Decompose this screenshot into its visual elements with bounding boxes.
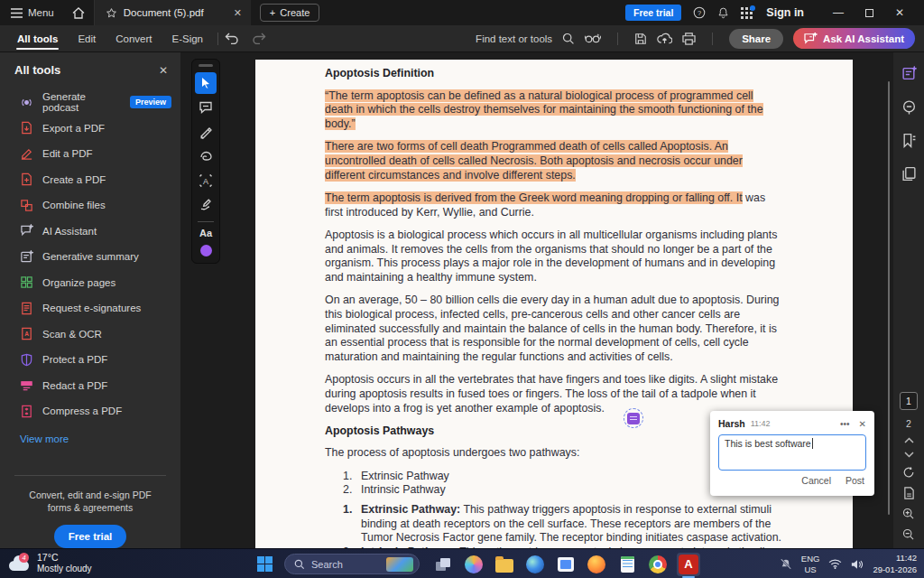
tab-all-tools[interactable]: All tools [9, 25, 66, 51]
taskbar-app-task-view[interactable] [431, 553, 455, 576]
share-button[interactable]: Share [729, 29, 783, 49]
print-icon[interactable] [682, 33, 696, 45]
page-thumbnails-icon[interactable] [897, 162, 920, 185]
taskbar-app-microsoft-store[interactable] [554, 553, 578, 576]
ask-ai-assistant-button[interactable]: Ask AI Assistant [793, 28, 915, 49]
language-indicator[interactable]: ENG US [801, 554, 820, 574]
notifications-bell-icon[interactable] [717, 6, 729, 19]
sidebar-item-generate-podcast[interactable]: Generate podcastPreview [0, 89, 180, 116]
sidebar-item-generative-summary[interactable]: Generative summary [0, 244, 180, 270]
menu-label: Menu [28, 7, 54, 18]
taskbar-app-acrobat[interactable]: A [677, 553, 700, 576]
taskbar-app-notepad[interactable] [615, 553, 639, 576]
page-up-icon[interactable] [904, 437, 914, 443]
edit-pdf-icon [20, 147, 33, 161]
bookmarks-panel-icon[interactable] [897, 128, 920, 152]
taskbar-app-chrome[interactable] [646, 553, 670, 576]
sidebar-item-request-e-signatures[interactable]: Request e-signatures [0, 295, 180, 322]
document-tab-title: Document (5).pdf [124, 7, 204, 18]
divider [712, 33, 713, 45]
sidebar-item-create-a-pdf[interactable]: Create a PDF [0, 167, 180, 193]
close-button[interactable]: ✕ [884, 0, 915, 25]
select-cursor-icon[interactable] [195, 72, 217, 94]
toolbar: All toolsEditConvertE-Sign Find text or … [0, 25, 924, 52]
clock-widget[interactable]: 11:42 29-01-2026 [873, 553, 917, 575]
system-tray: ENG US 11:42 29-01-2026 [780, 549, 917, 578]
find-text-label[interactable]: Find text or tools [476, 33, 552, 44]
taskbar-app-file-explorer[interactable] [493, 553, 516, 576]
comment-annotation-marker[interactable] [624, 408, 643, 428]
highlighter-icon[interactable] [195, 121, 217, 143]
minimize-button[interactable]: — [823, 0, 854, 25]
sidebar-free-trial-button[interactable]: Free trial [54, 525, 127, 548]
menu-button[interactable]: Menu [0, 0, 63, 25]
tab-convert[interactable]: Convert [107, 25, 160, 51]
ai-glasses-icon[interactable] [585, 33, 601, 44]
rotate-page-icon[interactable] [902, 466, 915, 479]
sign-in-button[interactable]: Sign in [766, 6, 804, 19]
edge-icon [526, 555, 544, 573]
notifications-off-icon[interactable] [780, 558, 792, 570]
sidebar-item-protect-a-pdf[interactable]: Protect a PDF [0, 347, 180, 373]
taskbar-app-copilot[interactable] [462, 553, 485, 576]
comment-close-icon[interactable]: ✕ [859, 419, 866, 429]
volume-icon[interactable] [851, 559, 864, 570]
current-page-indicator[interactable]: 1 [900, 392, 918, 410]
color-swatch[interactable] [200, 245, 212, 256]
view-more-link[interactable]: View more [0, 424, 180, 444]
taskbar-app-firefox[interactable] [585, 553, 608, 576]
fill-sign-icon[interactable] [195, 194, 217, 216]
search-icon[interactable] [562, 33, 575, 45]
draw-lasso-icon[interactable] [195, 145, 217, 167]
sidebar-item-combine-files[interactable]: Combine files [0, 192, 180, 219]
maximize-button[interactable] [854, 0, 884, 25]
sidebar-item-compress-a-pdf[interactable]: Compress a PDF [0, 398, 180, 424]
wifi-icon[interactable] [828, 559, 842, 569]
home-button[interactable] [63, 0, 95, 25]
comment-options-icon[interactable]: ••• [840, 419, 850, 429]
tab-close-icon[interactable]: ✕ [234, 7, 242, 19]
taskbar-app-edge[interactable] [523, 553, 547, 576]
tab-e-sign[interactable]: E-Sign [163, 25, 211, 51]
zoom-out-icon[interactable] [902, 528, 915, 541]
redo-icon[interactable] [252, 33, 266, 44]
document-tab[interactable]: Document (5).pdf ✕ [95, 0, 251, 25]
comment-bubble-icon[interactable] [195, 97, 217, 118]
sidebar-item-redact-a-pdf[interactable]: Redact a PDF [0, 373, 180, 399]
highlighted-text: There are two forms of cell death Progra… [325, 140, 743, 181]
generative-summary-icon[interactable] [897, 61, 920, 85]
weather-widget[interactable]: 4 17°C Mostly cloudy [9, 552, 92, 575]
file-explorer-icon [495, 559, 513, 573]
save-icon[interactable] [634, 33, 647, 45]
cloud-upload-icon[interactable] [657, 33, 672, 44]
undo-icon[interactable] [225, 33, 239, 44]
highlighted-text: The term apoptosis is derived from the G… [325, 191, 743, 204]
tab-edit[interactable]: Edit [69, 25, 104, 51]
help-icon[interactable]: ? [693, 6, 706, 19]
sidebar-item-ai-assistant[interactable]: AI Assistant [0, 219, 180, 245]
page-down-icon[interactable] [904, 452, 914, 458]
panel-close-icon[interactable]: ✕ [159, 64, 168, 77]
search-highlight-icon[interactable] [386, 557, 413, 572]
text-style-tool[interactable]: Aa [199, 228, 212, 238]
comment-text-input[interactable]: This is best software [718, 434, 866, 471]
sidebar-item-scan-ocr[interactable]: AScan & OCR [0, 322, 180, 348]
vertical-scrollbar[interactable] [888, 81, 890, 515]
text-select-icon[interactable]: A [195, 170, 217, 191]
comments-panel-icon[interactable] [897, 95, 920, 118]
sidebar-item-export-a-pdf[interactable]: Export a PDF [0, 116, 180, 142]
start-button[interactable] [253, 553, 276, 576]
document-viewer[interactable]: AAa Apoptosis Definition“The term apopto… [180, 52, 893, 548]
next-page-number[interactable]: 2 [906, 418, 911, 429]
zoom-in-icon[interactable] [902, 508, 915, 520]
comment-cancel-button[interactable]: Cancel [801, 475, 831, 486]
fit-page-icon[interactable] [903, 487, 915, 499]
comment-post-button[interactable]: Post [845, 475, 864, 486]
sidebar-item-edit-a-pdf[interactable]: Edit a PDF [0, 141, 180, 167]
free-trial-button[interactable]: Free trial [625, 5, 681, 21]
drag-handle[interactable] [199, 64, 213, 67]
create-tab-button[interactable]: + Create [260, 4, 319, 22]
app-launcher-grid-icon[interactable] [741, 7, 753, 19]
sidebar-item-organize-pages[interactable]: Organize pages [0, 270, 180, 296]
taskbar-search-input[interactable]: Search [284, 554, 420, 574]
